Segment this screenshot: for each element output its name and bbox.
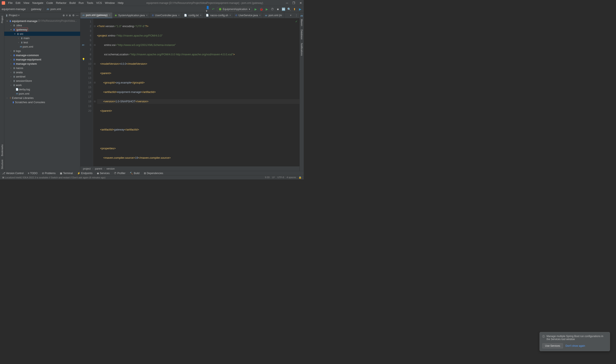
ide-icon[interactable]: ▶ xyxy=(298,7,302,11)
fold-icon[interactable]: ⊟ xyxy=(93,62,96,66)
menu-navigate[interactable]: Navigate xyxy=(32,1,43,4)
coverage-icon[interactable]: ▶ xyxy=(265,7,269,11)
menu-tools[interactable]: Tools xyxy=(87,1,93,4)
tool-terminal[interactable]: ▣Terminal xyxy=(60,172,73,175)
window-icon[interactable]: ▣ xyxy=(2,176,4,179)
expand-icon[interactable]: ≡ xyxy=(66,14,67,17)
tool-project[interactable]: Project xyxy=(1,16,3,23)
close-icon[interactable]: × xyxy=(200,14,201,17)
tool-structure[interactable]: Structure xyxy=(1,160,3,169)
lock-icon[interactable]: 🔒 xyxy=(299,176,302,179)
tree-manage-equipment[interactable]: ›▮manage-equipment xyxy=(4,57,80,62)
close-icon[interactable]: × xyxy=(259,14,261,17)
tab-pom-gateway[interactable]: mpom.xml (gateway)× xyxy=(80,13,113,18)
tabs-dropdown-icon[interactable]: ▾ xyxy=(288,14,293,17)
profile-icon[interactable]: ⏱ xyxy=(270,7,274,11)
tool-problems[interactable]: ⊘Problems xyxy=(42,172,56,175)
tree-test[interactable]: ›▮test xyxy=(4,40,80,44)
menu-help[interactable]: Help xyxy=(118,1,123,4)
collapse-icon[interactable]: ≣ xyxy=(69,14,71,17)
file-encoding[interactable]: UTF-8 xyxy=(277,176,284,179)
line-number[interactable]: 14 xyxy=(80,80,91,85)
tool-maven[interactable]: Maven xyxy=(301,19,303,26)
tree-external-libs[interactable]: ›⫴External Libraries xyxy=(4,96,80,100)
translate-icon[interactable]: 🔤 xyxy=(281,7,285,11)
crumb-file[interactable]: pom.xml xyxy=(51,7,61,11)
line-number[interactable]: 16 xyxy=(80,90,91,94)
menu-run[interactable]: Run xyxy=(79,1,84,4)
menu-vcs[interactable]: VCS xyxy=(96,1,102,4)
tool-todo[interactable]: ≡TODO xyxy=(28,172,37,175)
status-message[interactable]: Localized IntelliJ IDEA 2022.3 is availa… xyxy=(5,176,105,179)
maximize-icon[interactable]: ❐ xyxy=(292,1,295,5)
close-icon[interactable]: × xyxy=(109,14,110,17)
search-icon[interactable]: 🔍 xyxy=(287,7,291,11)
tree-sentinel[interactable]: ›▮sentinel xyxy=(4,74,80,78)
fold-icon[interactable]: ⊟ xyxy=(93,80,96,85)
tree-derby[interactable]: 📄derby.log xyxy=(4,87,80,91)
tab-pom-other[interactable]: mpom.xml (m xyxy=(263,13,284,18)
menu-edit[interactable]: Edit xyxy=(16,1,20,4)
debug-icon[interactable]: 🐞 xyxy=(259,7,263,11)
line-number[interactable]: 13 xyxy=(80,76,91,80)
tree-manage-common[interactable]: ›▮manage-common xyxy=(4,53,80,57)
tool-bookmarks[interactable]: Bookmarks xyxy=(1,144,3,156)
back-icon[interactable]: ↶ xyxy=(211,7,215,11)
tree-gateway[interactable]: ▾▮gateway xyxy=(4,27,80,32)
close-icon[interactable]: × xyxy=(229,14,231,17)
tabs-more-icon[interactable]: ⋮ xyxy=(293,14,299,17)
hide-icon[interactable]: — xyxy=(76,14,79,17)
line-separator[interactable]: LF xyxy=(272,176,275,179)
menu-build[interactable]: Build xyxy=(69,1,76,4)
tab-user-service[interactable]: ©UserService.java× xyxy=(233,13,263,18)
menu-window[interactable]: Window xyxy=(105,1,115,4)
fold-icon[interactable]: ⊟ xyxy=(93,24,96,29)
crumb-module[interactable]: gateway xyxy=(31,7,41,11)
menu-view[interactable]: View xyxy=(23,1,29,4)
tree-pom-root[interactable]: mpom.xml xyxy=(4,91,80,96)
tree-nacos[interactable]: ›▮nacos xyxy=(4,66,80,70)
tree-idea[interactable]: ›▮.idea xyxy=(4,23,80,27)
tool-endpoints[interactable]: ⚡Endpoints xyxy=(77,172,93,175)
tree-session[interactable]: ›▮sessionStore xyxy=(4,78,80,83)
close-icon[interactable]: ✕ xyxy=(299,1,302,5)
fold-icon[interactable]: ⊟ xyxy=(93,99,96,104)
maven-nav-icon[interactable]: m↑ xyxy=(82,43,85,47)
tree-seata[interactable]: ›▮seata xyxy=(4,70,80,74)
tool-notifications[interactable]: Notifications xyxy=(301,43,303,56)
tree-main[interactable]: ›▮main xyxy=(4,36,80,40)
close-icon[interactable]: × xyxy=(178,14,180,17)
stop-icon[interactable]: ■ xyxy=(276,7,280,11)
tab-system-app[interactable]: ◉SystemApplication.java× xyxy=(113,13,150,18)
line-number[interactable]: 20 xyxy=(80,108,91,113)
tree-logs[interactable]: ›▮logs xyxy=(4,49,80,53)
caret-position[interactable]: 9:33 xyxy=(265,176,269,179)
gear-icon[interactable]: ⚙ xyxy=(72,14,75,17)
update-icon[interactable]: ⬆ xyxy=(293,7,296,11)
run-config-selector[interactable]: EquipmentApplication ▾ xyxy=(217,7,252,11)
tool-vcs[interactable]: ⎇Version Control xyxy=(2,172,24,175)
code-editor[interactable]: ✓ m↑ 💡 1 2 3 4 5 6 7 8 9 10 11 12 xyxy=(80,18,299,166)
fold-icon[interactable]: ⊟ xyxy=(93,43,96,47)
tab-nacos-sh[interactable]: 📄nacos-config.sh× xyxy=(204,13,233,18)
tree-pom-gateway[interactable]: mpom.xml xyxy=(4,44,80,49)
menu-file[interactable]: File xyxy=(8,1,13,4)
crumb-project[interactable]: equipment-manage xyxy=(2,7,26,11)
tree-src[interactable]: ▾▮src xyxy=(4,32,80,36)
tool-database[interactable]: Database xyxy=(301,29,303,39)
tool-profiler[interactable]: ⏱Profiler xyxy=(114,172,125,175)
line-number[interactable]: 17 xyxy=(80,94,91,99)
line-number[interactable]: 11 xyxy=(80,66,91,71)
user-icon[interactable]: 👤▾ xyxy=(206,7,210,11)
run-icon[interactable]: ▶ xyxy=(254,7,257,11)
tab-user-controller[interactable]: ©UserController.java× xyxy=(150,13,182,18)
minimize-icon[interactable]: ─ xyxy=(286,1,288,5)
bcb-project[interactable]: project xyxy=(83,167,91,170)
target-icon[interactable]: ⊕ xyxy=(63,14,65,17)
project-panel-title[interactable]: Project xyxy=(9,14,17,17)
chevron-down-icon[interactable]: ▾ xyxy=(18,14,20,17)
tool-deps[interactable]: ⊞Dependencies xyxy=(144,172,163,175)
code-content[interactable]: <?xml version="1.0" encoding="UTF-8"?> <… xyxy=(96,18,299,166)
maven-icon[interactable]: m xyxy=(301,14,303,17)
project-tree[interactable]: ▾▮equipment-manage D:\YhcResource\myProj… xyxy=(4,18,80,171)
